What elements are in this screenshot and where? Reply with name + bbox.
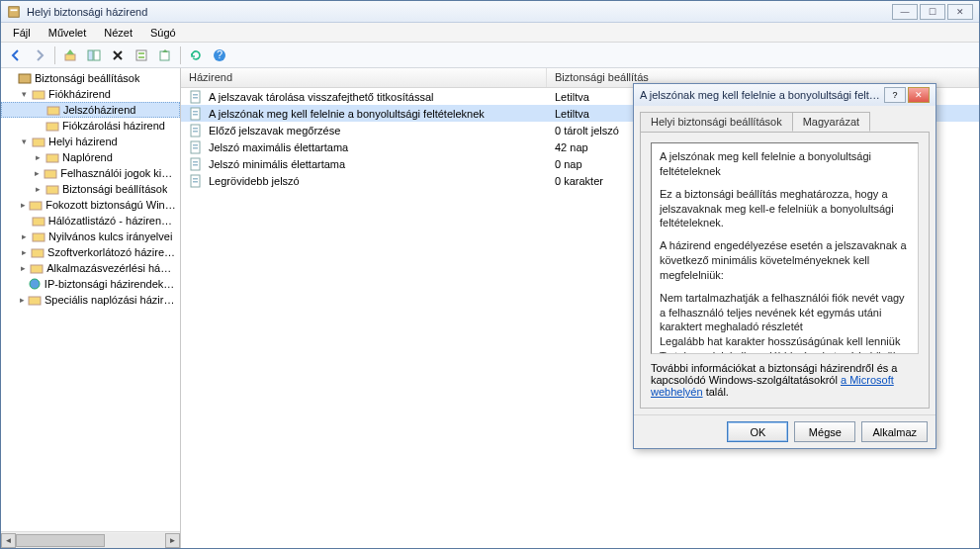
expand-icon[interactable]: ▸	[19, 295, 26, 306]
tree-lockout-policy[interactable]: Fiókzárolási házirend	[1, 118, 180, 134]
svg-rect-3	[88, 50, 93, 60]
policy-icon	[189, 174, 203, 188]
dialog-help-button[interactable]: ?	[884, 87, 906, 103]
policy-icon	[189, 140, 203, 154]
svg-rect-30	[193, 111, 198, 113]
policy-icon	[189, 107, 203, 121]
svg-rect-17	[45, 170, 56, 178]
tree-password-policy[interactable]: Jelszóházirend	[1, 102, 180, 118]
menu-help[interactable]: Súgó	[142, 25, 184, 41]
explanation-list: Nem tartalmazhatják a felhasználói fiók …	[660, 291, 910, 354]
policy-name: A jelszónak meg kell felelnie a bonyolul…	[209, 108, 485, 120]
explanation-paragraph: Ez a biztonsági beállítás meghatározza, …	[660, 187, 910, 231]
expand-icon[interactable]: ▸	[19, 263, 28, 274]
collapse-icon[interactable]: ▾	[19, 137, 30, 147]
svg-rect-42	[193, 178, 198, 180]
svg-text:?: ?	[217, 48, 223, 60]
apply-button[interactable]: Alkalmaz	[861, 421, 928, 442]
expand-icon[interactable]: ▸	[33, 168, 42, 179]
policy-name: Jelszó minimális élettartama	[209, 158, 345, 170]
tree-horizontal-scrollbar[interactable]: ◄ ►	[1, 531, 180, 548]
menu-file[interactable]: Fájl	[5, 25, 39, 41]
expand-icon[interactable]: ▸	[19, 231, 30, 242]
svg-rect-28	[193, 97, 198, 99]
titlebar: Helyi biztonsági házirend — ☐ ✕	[1, 1, 979, 23]
properties-dialog: A jelszónak meg kell felelnie a bonyolul…	[633, 83, 936, 449]
nav-tree[interactable]: Biztonsági beállítások ▾Fiókházirend Jel…	[1, 68, 180, 531]
nav-forward-button[interactable]	[29, 45, 50, 66]
dialog-title: A jelszónak meg kell felelnie a bonyolul…	[640, 89, 884, 101]
svg-rect-14	[46, 123, 58, 131]
close-button[interactable]: ✕	[947, 4, 973, 20]
tree-public-key[interactable]: ▸Nyilvános kulcs irányelvei	[1, 229, 180, 244]
tree-windows-firewall[interactable]: ▸Fokozott biztonságú Windows tűzfal	[1, 197, 180, 213]
tree-local-policies[interactable]: ▾Helyi házirend	[1, 134, 180, 149]
svg-point-24	[30, 279, 40, 289]
menubar: Fájl Művelet Nézet Súgó	[1, 23, 979, 43]
toolbar-separator	[180, 46, 181, 64]
svg-rect-12	[33, 91, 45, 99]
delete-button[interactable]	[107, 45, 129, 66]
policy-name: Előző jelszavak megőrzése	[209, 125, 340, 137]
policy-name: A jelszavak tárolása visszafejthető titk…	[209, 91, 433, 103]
svg-rect-25	[29, 297, 41, 305]
expand-icon[interactable]: ▸	[19, 247, 29, 258]
tree-user-rights[interactable]: ▸Felhasználói jogok kiosztása	[1, 165, 180, 181]
policy-icon	[189, 90, 203, 104]
svg-rect-15	[33, 138, 45, 146]
dialog-tabs: Helyi biztonsági beállítások Magyarázat	[634, 106, 935, 132]
up-button[interactable]	[59, 45, 81, 66]
menu-view[interactable]: Nézet	[96, 25, 140, 41]
tree-root[interactable]: Biztonsági beállítások	[1, 70, 180, 86]
policy-value: 0 tárolt jelszó	[555, 125, 619, 137]
maximize-button[interactable]: ☐	[920, 4, 945, 20]
tree-app-control[interactable]: ▸Alkalmazásvezérlési házirendek	[1, 260, 180, 276]
dialog-actions: OK Mégse Alkalmaz	[634, 414, 935, 448]
help-button[interactable]: ?	[209, 45, 230, 66]
svg-rect-43	[193, 181, 198, 183]
policy-icon	[189, 157, 203, 171]
svg-rect-1	[11, 9, 18, 11]
svg-rect-7	[138, 56, 144, 58]
scroll-left-button[interactable]: ◄	[1, 533, 16, 548]
menu-action[interactable]: Művelet	[41, 25, 95, 41]
ok-button[interactable]: OK	[727, 421, 788, 442]
column-policy[interactable]: Házirend	[181, 68, 547, 87]
tab-panel-explanation: A jelszónak meg kell felelnie a bonyolul…	[640, 132, 930, 409]
cancel-button[interactable]: Mégse	[794, 421, 855, 442]
refresh-button[interactable]	[185, 45, 207, 66]
svg-rect-23	[31, 265, 43, 273]
expand-icon[interactable]: ▸	[19, 200, 27, 211]
tree-security-options[interactable]: ▸Biztonsági beállítások	[1, 181, 180, 197]
collapse-icon[interactable]: ▾	[19, 89, 30, 100]
tree-account-policies[interactable]: ▾Fiókházirend	[1, 86, 180, 102]
tree-advanced-audit[interactable]: ▸Speciális naplózási házirend konfigurác…	[1, 292, 180, 308]
window-title: Helyi biztonsági házirend	[27, 6, 892, 18]
expand-icon[interactable]: ▸	[33, 184, 44, 195]
policy-value: Letiltva	[555, 108, 589, 120]
scrollbar-track[interactable]	[16, 533, 165, 548]
svg-rect-16	[46, 154, 58, 162]
policy-icon	[189, 124, 203, 137]
minimize-button[interactable]: —	[892, 4, 918, 20]
scrollbar-thumb[interactable]	[16, 534, 105, 547]
nav-back-button[interactable]	[5, 45, 27, 66]
show-hide-tree-button[interactable]	[83, 45, 105, 66]
svg-rect-22	[32, 249, 44, 257]
explanation-text[interactable]: A jelszónak meg kell felelnie a bonyolul…	[651, 142, 919, 354]
tab-explanation[interactable]: Magyarázat	[792, 112, 870, 132]
tab-local-settings[interactable]: Helyi biztonsági beállítások	[640, 112, 793, 132]
tree-ipsec[interactable]: IP-biztonsági házirendek - Helyi számító…	[1, 276, 180, 292]
properties-button[interactable]	[131, 45, 152, 66]
svg-rect-19	[30, 202, 42, 210]
scroll-right-button[interactable]: ►	[165, 533, 180, 548]
expand-icon[interactable]: ▸	[33, 152, 44, 163]
tree-network-list[interactable]: Hálózatlistázó - házirendek	[1, 213, 180, 229]
explanation-paragraph: A házirend engedélyezése esetén a jelsza…	[660, 238, 910, 283]
svg-rect-37	[193, 147, 198, 149]
tree-audit-policy[interactable]: ▸Naplórend	[1, 149, 180, 165]
export-button[interactable]	[154, 45, 176, 66]
tree-software-restriction[interactable]: ▸Szoftverkorlátozó házirendek	[1, 244, 180, 260]
svg-rect-40	[193, 164, 198, 166]
dialog-close-button[interactable]: ✕	[908, 87, 930, 103]
